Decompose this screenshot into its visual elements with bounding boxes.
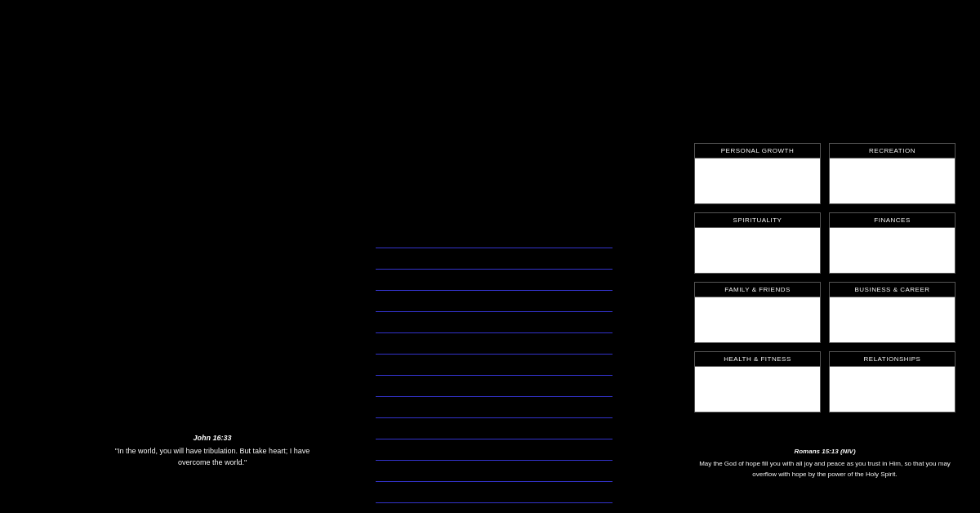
cell-spirituality-body[interactable] xyxy=(695,228,820,273)
line-11[interactable] xyxy=(376,449,612,461)
cell-business-career-body[interactable] xyxy=(830,297,955,342)
cell-recreation-label: RECREATION xyxy=(830,144,955,158)
line-3[interactable] xyxy=(376,279,612,291)
cell-personal-growth-label: PERSONAL GROWTH xyxy=(695,144,820,158)
quote-right-reference: Romans 15:13 (NIV) xyxy=(694,447,956,457)
cell-business-career-label: BUSINESS & CAREER xyxy=(830,283,955,297)
cell-family-friends-body[interactable] xyxy=(695,297,820,342)
grid-row-1: PERSONAL GROWTH RECREATION xyxy=(694,143,956,204)
lines-section xyxy=(376,237,612,513)
cell-health-fitness-body[interactable] xyxy=(695,367,820,412)
cell-family-friends-label: FAMILY & FRIENDS xyxy=(695,283,820,297)
quote-left-text: "In the world, you will have tribulation… xyxy=(106,446,318,468)
cell-finances: FINANCES xyxy=(829,212,956,274)
cell-relationships-body[interactable] xyxy=(830,367,955,412)
cell-health-fitness-label: HEALTH & FITNESS xyxy=(695,352,820,367)
grid-row-4: HEALTH & FITNESS RELATIONSHIPS xyxy=(694,351,956,413)
cell-relationships: RELATIONSHIPS xyxy=(829,351,956,413)
quote-left-reference: John 16:33 xyxy=(106,433,318,444)
quote-left: John 16:33 "In the world, you will have … xyxy=(106,433,318,469)
cell-spirituality: SPIRITUALITY xyxy=(694,212,821,274)
quote-right: Romans 15:13 (NIV) May the God of hope f… xyxy=(694,447,956,480)
grid-row-2: SPIRITUALITY FINANCES xyxy=(694,212,956,274)
line-10[interactable] xyxy=(376,428,612,439)
line-5[interactable] xyxy=(376,322,612,333)
quote-right-text: May the God of hope fill you with all jo… xyxy=(694,459,956,480)
cell-relationships-label: RELATIONSHIPS xyxy=(830,352,955,367)
grid-row-3: FAMILY & FRIENDS BUSINESS & CAREER xyxy=(694,282,956,343)
cell-spirituality-label: SPIRITUALITY xyxy=(695,213,820,228)
line-7[interactable] xyxy=(376,364,612,376)
cell-business-career: BUSINESS & CAREER xyxy=(829,282,956,343)
grid-section: PERSONAL GROWTH RECREATION SPIRITUALITY … xyxy=(694,143,956,421)
line-8[interactable] xyxy=(376,386,612,397)
page-container: John 16:33 "In the world, you will have … xyxy=(0,0,980,513)
cell-health-fitness: HEALTH & FITNESS xyxy=(694,351,821,413)
cell-finances-label: FINANCES xyxy=(830,213,955,228)
line-12[interactable] xyxy=(376,471,612,482)
line-2[interactable] xyxy=(376,258,612,270)
cell-personal-growth: PERSONAL GROWTH xyxy=(694,143,821,204)
cell-personal-growth-body[interactable] xyxy=(695,158,820,203)
line-4[interactable] xyxy=(376,301,612,312)
cell-recreation: RECREATION xyxy=(829,143,956,204)
line-1[interactable] xyxy=(376,237,612,248)
line-13[interactable] xyxy=(376,492,612,503)
cell-family-friends: FAMILY & FRIENDS xyxy=(694,282,821,343)
line-9[interactable] xyxy=(376,407,612,418)
cell-finances-body[interactable] xyxy=(830,228,955,273)
line-6[interactable] xyxy=(376,343,612,355)
cell-recreation-body[interactable] xyxy=(830,158,955,203)
